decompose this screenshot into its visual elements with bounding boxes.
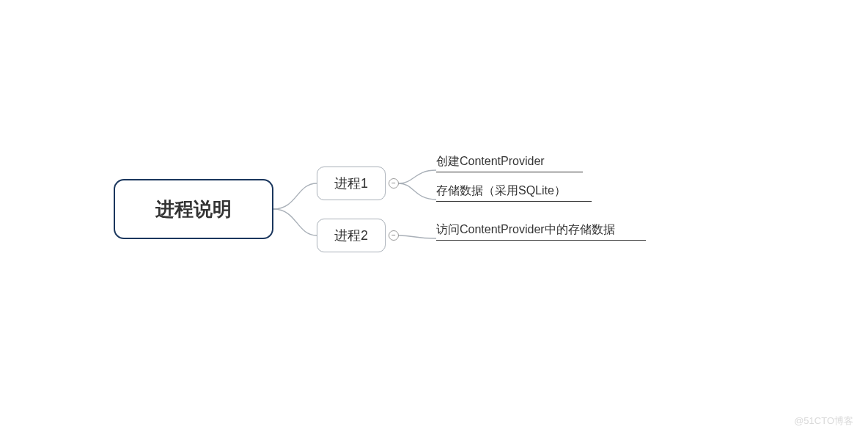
node-process-1[interactable]: 进程1 <box>317 167 386 200</box>
node-process-2-label: 进程2 <box>334 227 368 244</box>
leaf-text: 存储数据（采用SQLite） <box>436 183 566 199</box>
node-process-1-label: 进程1 <box>334 175 368 192</box>
leaf-text: 创建ContentProvider <box>436 154 545 169</box>
leaf-store-data-sqlite[interactable]: 存储数据（采用SQLite） <box>436 181 592 202</box>
leaf-create-contentprovider[interactable]: 创建ContentProvider <box>436 152 583 172</box>
leaf-access-contentprovider-data[interactable]: 访问ContentProvider中的存储数据 <box>436 220 646 241</box>
collapse-toggle-process-2[interactable]: − <box>389 230 399 241</box>
node-process-2[interactable]: 进程2 <box>317 219 386 252</box>
minus-icon: − <box>391 180 396 187</box>
root-node[interactable]: 进程说明 <box>114 179 273 239</box>
root-label: 进程说明 <box>155 197 232 222</box>
collapse-toggle-process-1[interactable]: − <box>389 178 399 189</box>
watermark: @51CTO博客 <box>794 414 853 428</box>
leaf-text: 访问ContentProvider中的存储数据 <box>436 222 615 238</box>
minus-icon: − <box>391 232 396 239</box>
